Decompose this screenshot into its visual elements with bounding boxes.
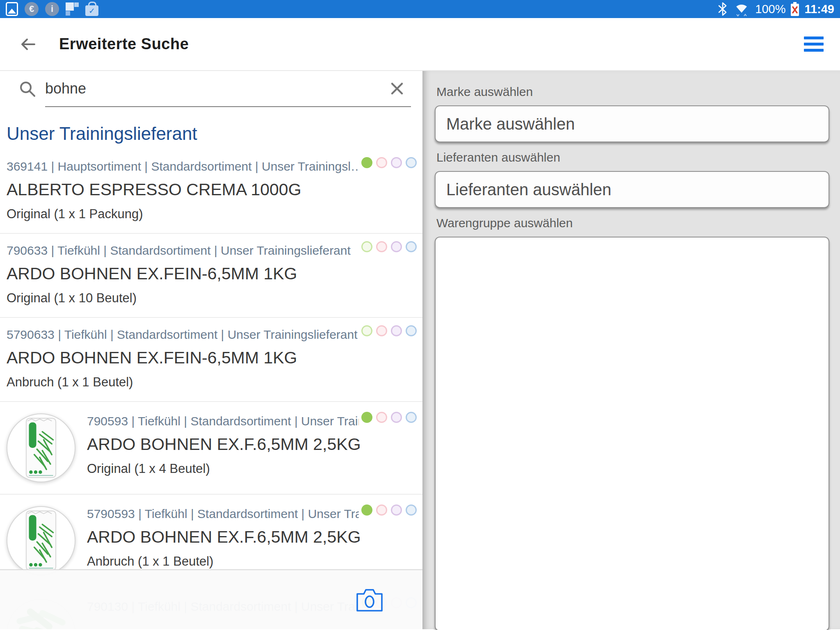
product-list: 369141 | Hauptsortiment | Standardsortim… (0, 150, 422, 629)
warengruppe-label: Warengruppe auswählen (436, 216, 829, 230)
clear-search-icon[interactable] (389, 80, 405, 97)
product-photo-bean-package (7, 506, 75, 575)
product-meta: 790593 | Tiefkühl | Standardsortiment | … (87, 414, 359, 428)
product-title: ARDO BOHNEN EX.F.6,5MM 2,5KG (87, 435, 417, 454)
product-row[interactable]: 369141 | Hauptsortiment | Standardsortim… (0, 150, 422, 234)
product-title: ALBERTO ESPRESSO CREMA 1000G (7, 180, 417, 199)
bluetooth-icon (717, 2, 728, 16)
product-title: ARDO BOHNEN EX.F.6,5MM 2,5KG (87, 527, 417, 547)
assortment-dot-pink-outline (376, 504, 387, 516)
assortment-dot-purple-outline (391, 504, 402, 516)
filter-panel: Marke auswählen Marke auswählen Lieferan… (422, 71, 840, 629)
assortment-dot-blue-outline (406, 241, 417, 252)
product-photo-bean-package (7, 413, 75, 482)
screenshot-icon (6, 2, 18, 16)
lieferanten-select-value: Lieferanten auswählen (446, 180, 612, 199)
page-title: Erweiterte Suche (59, 35, 189, 53)
back-button[interactable] (16, 33, 39, 56)
battery-percent: 100% (755, 2, 785, 16)
product-row[interactable]: 5790633 | Tiefkühl | Standardsortiment |… (0, 318, 422, 402)
product-packaging: Anbruch (1 x 1 Beutel) (7, 375, 417, 390)
flipboard-icon (66, 2, 79, 16)
product-packaging: Original (1 x 4 Beutel) (87, 461, 417, 476)
status-bar: € i ✓ 100% 11:49 (0, 0, 840, 18)
assortment-dot-green-filled (361, 157, 372, 168)
product-packaging: Original (1 x 10 Beutel) (7, 291, 417, 306)
product-meta: 369141 | Hauptsortiment | Standardsortim… (7, 160, 359, 173)
marke-select-value: Marke auswählen (446, 115, 575, 133)
results-panel: Unser Trainingslieferant 369141 | Haupts… (0, 71, 422, 629)
marke-label: Marke auswählen (436, 85, 829, 99)
clock: 11:49 (804, 2, 834, 16)
assortment-dot-pink-outline (376, 157, 387, 168)
lieferanten-label: Lieferanten auswählen (436, 151, 829, 164)
search-input[interactable] (45, 80, 389, 97)
assortment-dot-blue-outline (406, 157, 417, 168)
app-header: Erweiterte Suche (0, 18, 840, 71)
euro-icon: € (25, 2, 39, 16)
assortment-dot-purple-outline (391, 412, 402, 423)
product-meta: 790633 | Tiefkühl | Standardsortiment | … (7, 244, 359, 258)
product-title: ARDO BOHNEN EX.FEIN-6,5MM 1KG (7, 348, 417, 368)
status-dots (361, 157, 417, 168)
assortment-dot-green-outline (361, 325, 372, 336)
product-meta: 5790633 | Tiefkühl | Standardsortiment |… (7, 328, 359, 342)
product-row[interactable]: 790593 | Tiefkühl | Standardsortiment | … (0, 402, 422, 495)
search-field (45, 71, 411, 107)
assortment-dot-green-filled (361, 412, 372, 423)
supplier-link[interactable]: Unser Trainingslieferant (7, 123, 416, 144)
wifi-icon (733, 2, 750, 16)
product-packaging: Original (1 x 1 Packung) (7, 207, 417, 221)
assortment-dot-pink-outline (376, 241, 387, 252)
assortment-dot-blue-outline (406, 325, 417, 336)
notification-icons: € i ✓ (6, 2, 98, 16)
bottom-action-bar (0, 569, 422, 629)
camera-button[interactable] (356, 587, 383, 612)
assortment-dot-pink-outline (376, 412, 387, 423)
status-dots (361, 241, 417, 252)
assortment-dot-green-filled (361, 504, 372, 516)
assortment-dot-purple-outline (391, 241, 402, 252)
status-indicators: 100% 11:49 (717, 2, 834, 16)
battery-icon (790, 2, 799, 16)
product-meta: 5790593 | Tiefkühl | Standardsortiment |… (87, 507, 359, 521)
shopping-bag-check-icon: ✓ (85, 5, 98, 16)
search-bar (0, 71, 422, 107)
main-content: Unser Trainingslieferant 369141 | Haupts… (0, 71, 840, 629)
hamburger-menu-button[interactable] (804, 37, 824, 52)
marke-select[interactable]: Marke auswählen (435, 105, 829, 142)
product-packaging: Anbruch (1 x 1 Beutel) (87, 554, 417, 569)
assortment-dot-pink-outline (376, 325, 387, 336)
status-dots (361, 325, 417, 336)
assortment-dot-purple-outline (391, 325, 402, 336)
assortment-dot-blue-outline (406, 412, 417, 423)
assortment-dot-green-outline (361, 241, 372, 252)
product-title: ARDO BOHNEN EX.FEIN-6,5MM 1KG (7, 264, 417, 283)
product-row[interactable]: 790633 | Tiefkühl | Standardsortiment | … (0, 234, 422, 318)
assortment-dot-purple-outline (391, 157, 402, 168)
info-icon: i (45, 2, 59, 16)
status-dots (361, 504, 417, 516)
assortment-dot-blue-outline (406, 504, 417, 516)
lieferanten-select[interactable]: Lieferanten auswählen (435, 171, 829, 208)
back-arrow-icon (19, 35, 37, 53)
search-icon (18, 80, 37, 98)
status-dots (361, 412, 417, 423)
warengruppe-listbox[interactable] (435, 237, 829, 630)
